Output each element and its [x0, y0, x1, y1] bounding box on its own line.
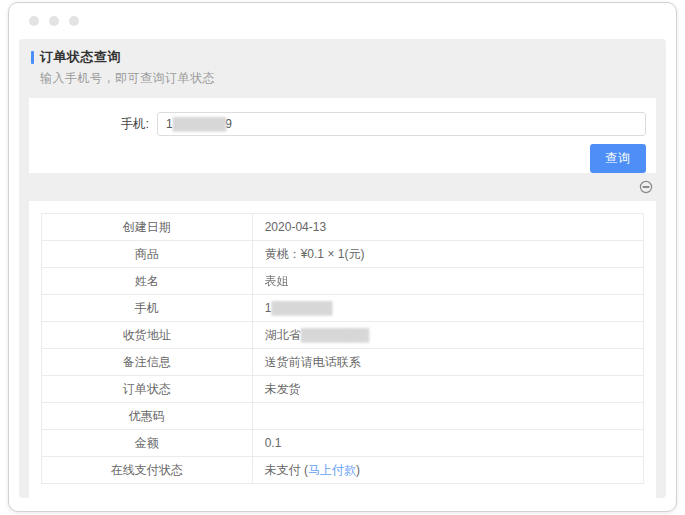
window-titlebar	[9, 3, 676, 39]
browser-window: 订单状态查询 输入手机号，即可查询订单状态 手机: 1███████9 查询	[8, 2, 677, 512]
query-button[interactable]: 查询	[590, 144, 646, 173]
text: 黄桃：¥0.1 × 1(元)	[265, 247, 365, 261]
accent-bar	[31, 51, 34, 64]
row-label: 手机	[42, 295, 253, 322]
row-value: 2020-04-13	[252, 214, 643, 241]
row-value: 未发货	[252, 376, 643, 403]
table-row: 收货地址 湖北省█████████	[42, 322, 644, 349]
row-value: 湖北省█████████	[252, 322, 643, 349]
table-row: 手机 1████████	[42, 295, 644, 322]
text: 湖北省	[265, 328, 301, 342]
minus-circle-icon[interactable]	[639, 180, 653, 194]
row-value: 1████████	[252, 295, 643, 322]
window-dot-icon[interactable]	[29, 16, 39, 26]
title-row: 订单状态查询	[31, 48, 654, 66]
row-label: 优惠码	[42, 403, 253, 430]
table-row: 姓名 表姐	[42, 268, 644, 295]
table-row: 在线支付状态 未支付 (马上付款)	[42, 457, 644, 484]
row-value: 0.1	[252, 430, 643, 457]
censored-text: ████████	[271, 301, 331, 315]
row-label: 姓名	[42, 268, 253, 295]
row-label: 创建日期	[42, 214, 253, 241]
row-value: 未支付 (马上付款)	[252, 457, 643, 484]
order-table-body: 创建日期 2020-04-13 商品 黄桃：¥0.1 × 1(元) 姓名 表姐 …	[42, 214, 644, 484]
row-value: 黄桃：¥0.1 × 1(元)	[252, 241, 643, 268]
row-value	[252, 403, 643, 430]
window-dot-icon[interactable]	[69, 16, 79, 26]
table-row: 优惠码	[42, 403, 644, 430]
content-panel: 订单状态查询 输入手机号，即可查询订单状态 手机: 1███████9 查询	[19, 39, 666, 498]
row-label: 金额	[42, 430, 253, 457]
table-row: 备注信息 送货前请电话联系	[42, 349, 644, 376]
row-label: 备注信息	[42, 349, 253, 376]
table-toolbar	[19, 173, 666, 201]
text: 未支付 (	[265, 463, 308, 477]
text: 未发货	[265, 382, 301, 396]
row-label: 收货地址	[42, 322, 253, 349]
row-label: 订单状态	[42, 376, 253, 403]
page-title: 订单状态查询	[40, 48, 121, 66]
text: 0.1	[265, 436, 282, 450]
window-dot-icon[interactable]	[49, 16, 59, 26]
query-form-card: 手机: 1███████9 查询	[29, 98, 656, 173]
text: 1	[166, 117, 173, 131]
blurred-text: 表姐	[265, 274, 289, 288]
text: 送货前请电话联系	[265, 355, 361, 369]
censored-text: █████████	[301, 328, 369, 342]
order-table: 创建日期 2020-04-13 商品 黄桃：¥0.1 × 1(元) 姓名 表姐 …	[41, 213, 644, 484]
page: 订单状态查询 输入手机号，即可查询订单状态 手机: 1███████9 查询	[0, 0, 685, 515]
order-table-card: 创建日期 2020-04-13 商品 黄桃：¥0.1 × 1(元) 姓名 表姐 …	[29, 201, 656, 498]
section-header: 订单状态查询 输入手机号，即可查询订单状态	[19, 39, 666, 87]
table-row: 商品 黄桃：¥0.1 × 1(元)	[42, 241, 644, 268]
button-row: 查询	[29, 136, 656, 173]
table-row: 创建日期 2020-04-13	[42, 214, 644, 241]
text: 2020-04-13	[265, 220, 326, 234]
row-value: 表姐	[252, 268, 643, 295]
pay-now-link[interactable]: 马上付款	[308, 463, 356, 477]
row-value: 送货前请电话联系	[252, 349, 643, 376]
row-label: 在线支付状态	[42, 457, 253, 484]
text: 9	[225, 117, 232, 131]
table-row: 金额 0.1	[42, 430, 644, 457]
page-subtitle: 输入手机号，即可查询订单状态	[40, 70, 654, 87]
row-label: 商品	[42, 241, 253, 268]
censored-text: ███████	[173, 117, 226, 131]
table-row: 订单状态 未发货	[42, 376, 644, 403]
phone-input[interactable]: 1███████9	[157, 112, 646, 136]
phone-label: 手机:	[29, 116, 149, 133]
text: )	[356, 463, 360, 477]
phone-form-row: 手机: 1███████9	[29, 98, 656, 136]
